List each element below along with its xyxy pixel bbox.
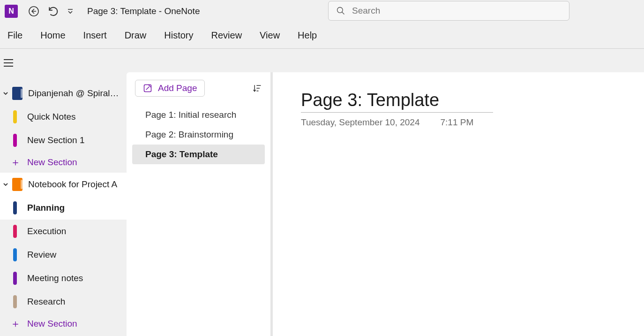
new-section-label: New Section <box>27 319 77 329</box>
ribbon-tab-home[interactable]: Home <box>40 30 65 41</box>
page-date: Tuesday, September 10, 2024 <box>301 117 420 128</box>
section-color-tab <box>13 295 17 308</box>
notebook-label: Dipanjenah @ Spiral… <box>28 88 119 99</box>
undo-button[interactable] <box>45 3 62 20</box>
back-button[interactable] <box>25 3 42 20</box>
nav-toggle-button[interactable] <box>2 55 15 70</box>
ribbon-tab-review[interactable]: Review <box>211 30 242 41</box>
plus-icon: ＋ <box>10 317 21 331</box>
add-page-button[interactable]: Add Page <box>135 80 205 97</box>
section-row[interactable]: Review <box>0 243 127 267</box>
ribbon-tab-file[interactable]: File <box>7 30 22 41</box>
ribbon: File Home Insert Draw History Review Vie… <box>0 23 644 49</box>
page-label: Page 2: Brainstorming <box>145 130 233 140</box>
undo-icon <box>47 5 60 17</box>
page-metadata: Tuesday, September 10, 2024 7:11 PM <box>301 117 616 128</box>
search-box[interactable] <box>328 1 569 21</box>
window-title: Page 3: Template - OneNote <box>87 6 200 16</box>
section-row[interactable]: Meeting notes <box>0 267 127 290</box>
section-color-tab <box>13 272 17 285</box>
section-color-tab <box>13 134 17 147</box>
notebook-row[interactable]: Dipanjenah @ Spiral… <box>0 82 127 105</box>
notebook-icon <box>12 87 22 100</box>
section-label: New Section 1 <box>27 135 85 145</box>
chevron-down-bar-icon <box>67 8 74 15</box>
page-canvas[interactable]: Page 3: Template Tuesday, September 10, … <box>273 72 644 336</box>
page-row[interactable]: Page 2: Brainstorming <box>132 125 265 145</box>
page-title[interactable]: Page 3: Template <box>301 90 493 113</box>
section-label: Quick Notes <box>27 112 75 122</box>
ribbon-tab-view[interactable]: View <box>260 30 280 41</box>
page-row[interactable]: Page 3: Template <box>132 145 265 164</box>
section-color-tab <box>13 110 17 123</box>
sort-icon <box>253 84 262 93</box>
section-color-tab <box>13 225 17 238</box>
app-icon: N <box>5 5 18 18</box>
page-time: 7:11 PM <box>441 117 474 128</box>
hamburger-icon <box>3 59 14 67</box>
section-color-tab <box>13 248 17 261</box>
notebook-row[interactable]: Notebook for Project A <box>0 173 127 196</box>
customize-quick-access-button[interactable] <box>65 3 76 20</box>
notebook-label: Notebook for Project A <box>28 179 117 190</box>
ribbon-tab-insert[interactable]: Insert <box>83 30 107 41</box>
page-row[interactable]: Page 1: Initial research <box>132 105 265 125</box>
new-section-label: New Section <box>27 157 77 168</box>
svg-point-1 <box>337 8 343 13</box>
ribbon-tab-help[interactable]: Help <box>298 30 317 41</box>
section-label: Execution <box>27 226 66 237</box>
page-label: Page 1: Initial research <box>145 110 236 120</box>
chevron-down-icon <box>1 90 10 97</box>
section-row[interactable]: New Section 1 <box>0 129 127 152</box>
new-section-button[interactable]: ＋ New Section <box>0 313 127 334</box>
section-color-tab <box>13 201 17 214</box>
section-label: Meeting notes <box>27 273 83 283</box>
pages-panel: Add Page Page 1: Initial research Page 2… <box>127 72 273 336</box>
plus-icon: ＋ <box>10 155 21 169</box>
back-arrow-icon <box>28 6 39 17</box>
search-input[interactable] <box>352 6 562 16</box>
section-row[interactable]: Execution <box>0 220 127 243</box>
ribbon-tab-draw[interactable]: Draw <box>125 30 147 41</box>
notebook-sidebar: Dipanjenah @ Spiral… Quick Notes New Sec… <box>0 49 127 336</box>
add-page-label: Add Page <box>158 83 197 93</box>
search-icon <box>336 6 345 15</box>
chevron-down-icon <box>1 181 10 188</box>
ribbon-tab-history[interactable]: History <box>164 30 193 41</box>
section-label: Review <box>27 250 56 260</box>
pages-header: Add Page <box>127 80 270 97</box>
section-row[interactable]: Planning <box>0 196 127 220</box>
title-bar: N Page 3: Template - OneNote <box>0 0 644 23</box>
section-label: Planning <box>27 203 65 213</box>
new-section-button[interactable]: ＋ New Section <box>0 152 127 173</box>
section-label: Research <box>27 297 65 307</box>
section-row[interactable]: Quick Notes <box>0 105 127 129</box>
section-row[interactable]: Research <box>0 290 127 313</box>
page-label: Page 3: Template <box>145 149 218 160</box>
main-body: Dipanjenah @ Spiral… Quick Notes New Sec… <box>0 49 644 336</box>
notebook-icon <box>12 178 22 191</box>
sort-pages-button[interactable] <box>253 84 262 93</box>
add-page-icon <box>143 84 152 93</box>
